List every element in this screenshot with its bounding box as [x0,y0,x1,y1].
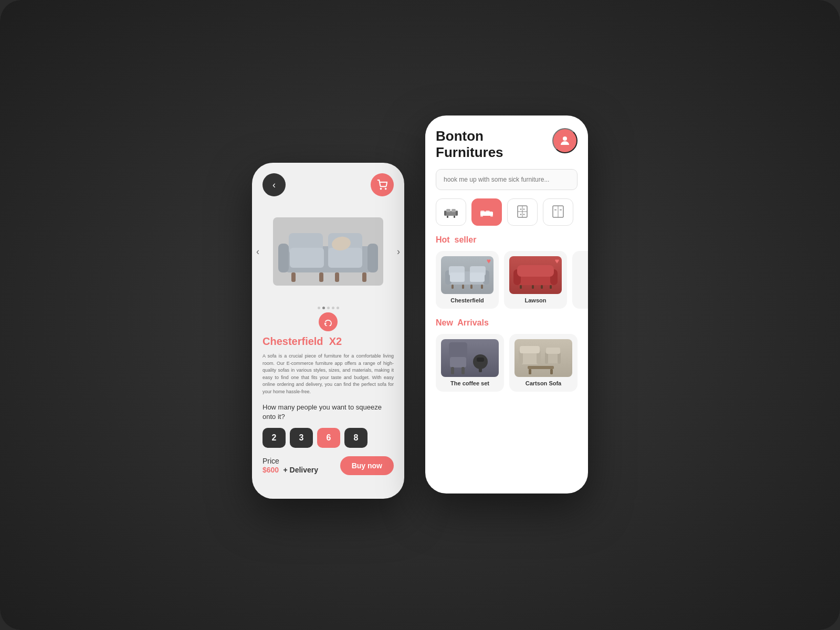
dot-5 [337,307,339,309]
svg-rect-52 [517,265,554,277]
hot-seller-title: Hot seller [425,235,588,245]
svg-rect-23 [480,211,485,214]
price-suffix: + Delivery [281,466,318,474]
category-cabinet[interactable] [507,198,538,226]
dot-1 [318,307,320,309]
quantity-buttons: 2 3 6 8 [262,428,394,448]
product-description: A sofa is a crucial piece of furniture f… [262,353,394,395]
heart-button-lawson[interactable]: ♥ [551,255,563,267]
cart-button[interactable] [371,173,394,196]
svg-rect-57 [449,342,467,358]
svg-rect-58 [450,357,466,368]
heart-button-chesterfield[interactable]: ♥ [483,255,495,267]
svg-rect-8 [328,248,362,268]
new-arrivals-title: New Arrivals [425,318,588,328]
sofa-icon [444,206,458,218]
bed-icon [479,206,494,218]
price-value-row: $600 + Delivery [262,465,318,475]
svg-rect-59 [451,367,454,374]
category-wardrobe[interactable] [543,198,573,226]
svg-rect-9 [291,272,296,282]
coffee-set-image [441,339,499,377]
new-arrivals-row: The coffee set [425,334,588,392]
product-name-cartson: Cartson Sofa [514,380,572,386]
qty-2[interactable]: 2 [262,428,286,448]
category-filter [425,198,588,226]
product-name-lawson: Lawson [509,297,562,303]
product-card-lawson[interactable]: ♥ Lawson [504,251,567,309]
svg-rect-17 [456,211,458,216]
back-button[interactable]: ‹ [262,173,286,196]
product-card-chesterfield[interactable]: ♥ Chester [436,251,499,309]
dot-2 [322,307,325,309]
cartson-image [514,339,572,377]
svg-point-32 [520,214,521,215]
product-card-coffee-set[interactable]: The coffee set [436,334,504,392]
image-prev-button[interactable]: ‹ [256,246,259,257]
product-image-section: ‹ [252,202,404,301]
svg-rect-55 [541,285,543,289]
svg-rect-25 [480,215,483,217]
product-title: Chesterfield X2 [262,335,394,348]
svg-rect-37 [560,209,562,211]
app-title-line1: Bonton [436,128,503,144]
svg-rect-12 [362,272,366,282]
product-image [273,217,383,286]
squeeze-question: How many people you want to squeeze onto… [262,403,394,422]
profile-avatar[interactable] [552,128,578,153]
app-title-line2: Furnitures [436,144,503,161]
svg-rect-6 [368,244,378,272]
price-value: $600 [262,466,279,474]
svg-rect-7 [290,248,324,268]
dot-4 [332,307,334,309]
svg-rect-60 [461,367,465,374]
qty-3[interactable]: 3 [290,428,313,448]
category-sofa[interactable] [436,198,466,226]
svg-rect-46 [462,285,464,289]
cabinet-icon [517,205,528,219]
svg-rect-62 [479,362,482,372]
qty-8[interactable]: 8 [344,428,368,448]
dot-3 [327,307,330,309]
svg-rect-63 [477,358,484,362]
svg-rect-16 [444,211,446,216]
svg-point-30 [520,209,521,210]
svg-rect-73 [529,369,531,374]
user-icon [559,134,571,147]
svg-rect-56 [550,285,552,289]
buy-now-button[interactable]: Buy now [340,456,394,475]
svg-rect-24 [486,211,490,214]
image-next-button[interactable]: › [397,246,400,257]
qty-6[interactable]: 6 [317,428,340,448]
price-label: Price [262,457,318,465]
svg-rect-47 [470,285,472,289]
price-info: Price $600 + Delivery [262,457,318,475]
svg-rect-5 [278,244,289,272]
scene: ‹ ‹ [0,0,840,630]
svg-rect-26 [490,215,493,217]
cart-icon [377,180,387,190]
search-input[interactable] [436,169,578,190]
svg-point-1 [385,188,386,190]
svg-rect-67 [520,346,540,353]
product-name-coffee-set: The coffee set [441,380,499,386]
rotate-button[interactable] [319,312,338,331]
svg-rect-11 [335,272,339,282]
svg-rect-70 [558,352,561,364]
partial-card [572,251,588,309]
svg-rect-43 [450,272,465,282]
svg-rect-53 [520,285,522,289]
svg-rect-36 [554,209,556,211]
app-title: Bonton Furnitures [436,128,503,161]
category-bed[interactable] [471,198,502,226]
wardrobe-icon [552,205,564,219]
product-card-cartson[interactable]: Cartson Sofa [509,334,578,392]
svg-point-0 [381,188,382,190]
svg-rect-71 [546,348,560,354]
svg-rect-74 [550,369,553,374]
svg-point-33 [523,214,524,215]
hot-seller-row: ♥ Chester [425,251,588,309]
price-row: Price $600 + Delivery Buy now [262,456,394,475]
svg-rect-54 [532,285,534,289]
svg-rect-20 [447,216,448,218]
